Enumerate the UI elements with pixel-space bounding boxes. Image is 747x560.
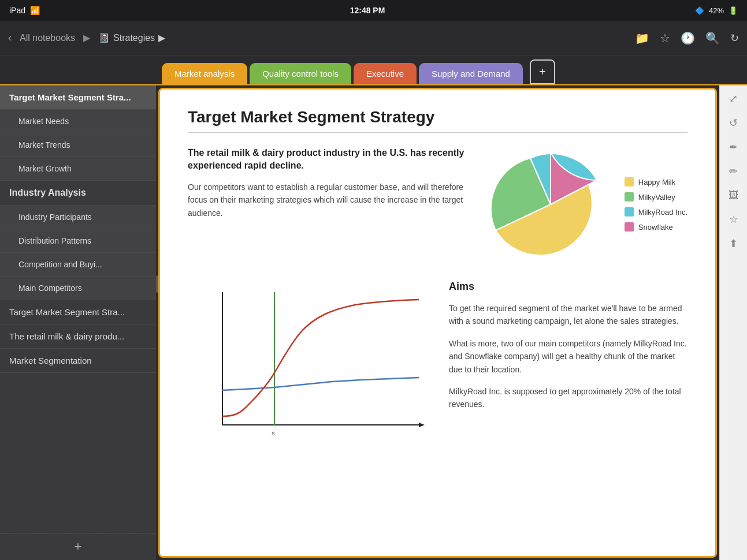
- sidebar-item-market-segmentation[interactable]: Market Segmentation: [0, 349, 156, 373]
- wifi-icon: 📶: [30, 6, 40, 15]
- back-arrow-icon[interactable]: ‹: [8, 32, 12, 44]
- tab-quality-control[interactable]: Quality control tools: [250, 63, 351, 84]
- document-area: Target Market Segment Strategy The retai…: [158, 88, 717, 558]
- status-bar: iPad 📶 12:48 PM 🔷 42% 🔋: [0, 0, 747, 21]
- legend-snowflake: Snowflake: [625, 222, 687, 232]
- sidebar-item-industry-analysis[interactable]: Industry Analysis: [0, 181, 156, 206]
- star-nav-icon[interactable]: ☆: [660, 31, 670, 45]
- legend-label-milky-valley: MilkyValley: [638, 193, 675, 201]
- bold-intro: The retail milk & dairy product industry…: [188, 147, 469, 173]
- aims-section: Aims To get the required segment of the …: [449, 281, 687, 420]
- sidebar-item-market-growth[interactable]: Market Growth: [0, 157, 156, 181]
- aims-title: Aims: [449, 281, 687, 293]
- legend-color-snowflake: [625, 222, 634, 232]
- notebook-label: Strategies: [113, 33, 155, 43]
- content-text: The retail milk & dairy product industry…: [188, 147, 469, 219]
- text-pen-icon[interactable]: ✏: [729, 165, 738, 178]
- svg-text:s: s: [272, 430, 275, 436]
- breadcrumb-separator: ▶: [83, 32, 90, 43]
- legend-color-milkyroad: [625, 207, 634, 216]
- notebook-icon: 📓: [98, 32, 110, 43]
- right-toolbar: ⤢ ↺ ✒ ✏ 🖼 ☆ ⬆: [719, 85, 747, 560]
- pie-chart: [487, 147, 614, 262]
- chart-section: s Aims To get the required segment of th…: [188, 281, 687, 456]
- tab-supply-demand[interactable]: Supply and Demand: [419, 63, 523, 84]
- tab-bar: Market analysis Quality control tools Ex…: [0, 55, 747, 85]
- battery-label: 42%: [709, 6, 724, 15]
- pie-chart-container: Happy Milk MilkyValley MilkyRoad Inc.: [487, 147, 687, 262]
- content-section-top: The retail milk & dairy product industry…: [188, 147, 687, 262]
- sidebar-item-industry-participants[interactable]: Industry Participants: [0, 206, 156, 229]
- legend-happy-milk: Happy Milk: [625, 177, 687, 186]
- nav-bar: ‹ All notebooks ▶ 📓 Strategies ▶ 📁 ☆ 🕐 🔍…: [0, 21, 747, 55]
- svg-marker-2: [419, 423, 425, 427]
- main-layout: Target Market Segment Stra... Market Nee…: [0, 85, 747, 560]
- sidebar-item-market-trends[interactable]: Market Trends: [0, 133, 156, 157]
- sidebar-item-0[interactable]: Target Market Segment Stra...: [0, 85, 156, 110]
- status-right: 🔷 42% 🔋: [695, 6, 738, 15]
- tab-executive[interactable]: Executive: [354, 63, 417, 84]
- refresh-icon[interactable]: ↻: [730, 32, 739, 44]
- battery-icon: 🔋: [729, 6, 738, 15]
- line-chart-container: s: [188, 281, 430, 456]
- breadcrumb: 📓 Strategies ▶: [98, 32, 165, 43]
- sidebar-add-button[interactable]: +: [75, 539, 82, 554]
- notebook-arrow: ▶: [158, 32, 165, 43]
- sidebar-bottom: +: [0, 533, 156, 560]
- ipad-label: iPad: [9, 6, 25, 15]
- status-left: iPad 📶: [9, 6, 40, 15]
- tab-market-analysis[interactable]: Market analysis: [162, 63, 247, 84]
- clock-icon[interactable]: 🕐: [681, 31, 695, 45]
- nav-icons: 📁 ☆ 🕐 🔍 ↻: [635, 31, 739, 45]
- sidebar-item-main-competitors[interactable]: Main Competitors: [0, 277, 156, 300]
- all-notebooks-link[interactable]: All notebooks: [20, 33, 75, 43]
- search-icon[interactable]: 🔍: [705, 31, 720, 45]
- add-tab-button[interactable]: +: [530, 59, 555, 84]
- status-time: 12:48 PM: [350, 6, 385, 15]
- bluetooth-icon: 🔷: [695, 6, 704, 15]
- sidebar-item-competition[interactable]: Competition and Buyi...: [0, 253, 156, 277]
- sidebar-item-market-needs[interactable]: Market Needs: [0, 110, 156, 133]
- legend-label-milkyroad: MilkyRoad Inc.: [638, 208, 687, 216]
- expand-icon[interactable]: ⤢: [729, 92, 738, 105]
- legend-color-milky-valley: [625, 192, 634, 201]
- legend-milkyroad: MilkyRoad Inc.: [625, 207, 687, 216]
- line-chart: s: [188, 281, 430, 454]
- aims-paragraph-2: What is more, two of our main competitor…: [449, 337, 687, 376]
- aims-paragraph-1: To get the required segment of the marke…: [449, 302, 687, 328]
- body-text: Our competitors want to establish a regu…: [188, 181, 469, 219]
- pen-icon[interactable]: ✒: [729, 141, 738, 154]
- aims-paragraph-3: MilkyRoad Inc. is supposed to get approx…: [449, 385, 687, 411]
- folder-icon[interactable]: 📁: [635, 31, 649, 45]
- legend-color-happy-milk: [625, 177, 634, 186]
- sidebar-item-target-market[interactable]: Target Market Segment Stra...: [0, 300, 156, 324]
- sidebar: Target Market Segment Stra... Market Nee…: [0, 85, 156, 560]
- image-icon[interactable]: 🖼: [729, 189, 739, 201]
- undo-icon[interactable]: ↺: [729, 117, 738, 129]
- legend-label-happy-milk: Happy Milk: [638, 178, 675, 186]
- sidebar-item-retail-milk[interactable]: The retail milk & dairy produ...: [0, 324, 156, 349]
- star-toolbar-icon[interactable]: ☆: [729, 213, 738, 226]
- sidebar-item-distribution-patterns[interactable]: Distribution Patterns: [0, 229, 156, 253]
- legend-label-snowflake: Snowflake: [638, 223, 673, 232]
- legend-milky-valley: MilkyValley: [625, 192, 687, 201]
- pie-legend: Happy Milk MilkyValley MilkyRoad Inc.: [625, 177, 687, 232]
- document-title: Target Market Segment Strategy: [188, 108, 687, 133]
- share-icon[interactable]: ⬆: [729, 237, 738, 250]
- document-scroll[interactable]: Target Market Segment Strategy The retai…: [160, 89, 715, 556]
